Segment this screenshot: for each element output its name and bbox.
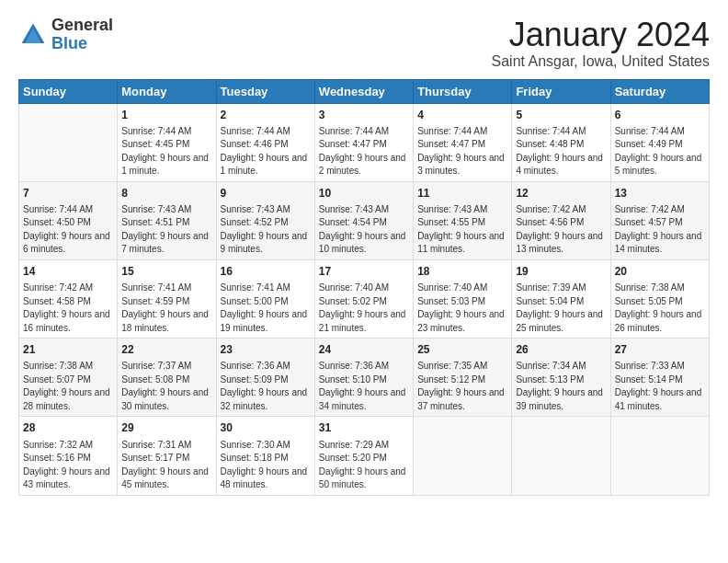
cell-content: Sunrise: 7:44 AMSunset: 4:48 PMDaylight:… <box>516 126 603 177</box>
calendar-week-row: 14Sunrise: 7:42 AMSunset: 4:58 PMDayligh… <box>19 259 710 338</box>
cell-content: Sunrise: 7:36 AMSunset: 5:09 PMDaylight:… <box>221 361 308 411</box>
day-number: 15 <box>121 264 211 279</box>
calendar-cell: 16Sunrise: 7:41 AMSunset: 5:00 PMDayligh… <box>216 259 314 338</box>
cell-content: Sunrise: 7:30 AMSunset: 5:18 PMDaylight:… <box>221 440 308 490</box>
day-number: 20 <box>615 264 705 279</box>
calendar-cell: 12Sunrise: 7:42 AMSunset: 4:56 PMDayligh… <box>512 181 610 259</box>
cell-content: Sunrise: 7:44 AMSunset: 4:50 PMDaylight:… <box>23 204 110 255</box>
cell-content: Sunrise: 7:38 AMSunset: 5:05 PMDaylight:… <box>615 282 702 333</box>
day-number: 24 <box>319 342 409 357</box>
calendar-cell: 22Sunrise: 7:37 AMSunset: 5:08 PMDayligh… <box>118 339 216 417</box>
main-title: January 2024 <box>492 17 710 53</box>
calendar-week-row: 28Sunrise: 7:32 AMSunset: 5:16 PMDayligh… <box>19 417 710 495</box>
day-number: 19 <box>516 264 606 279</box>
day-number: 6 <box>615 108 705 122</box>
logo-general-text: General <box>51 17 113 35</box>
header-day-sunday: Sunday <box>19 79 118 103</box>
day-number: 7 <box>23 186 113 201</box>
header-day-tuesday: Tuesday <box>216 79 314 103</box>
calendar-cell: 10Sunrise: 7:43 AMSunset: 4:54 PMDayligh… <box>314 181 413 259</box>
calendar-cell: 20Sunrise: 7:38 AMSunset: 5:05 PMDayligh… <box>610 259 709 338</box>
page: General Blue January 2024 Saint Ansgar, … <box>0 0 728 505</box>
cell-content: Sunrise: 7:37 AMSunset: 5:08 PMDaylight:… <box>121 361 209 411</box>
calendar-cell: 25Sunrise: 7:35 AMSunset: 5:12 PMDayligh… <box>414 339 512 417</box>
cell-content: Sunrise: 7:31 AMSunset: 5:17 PMDaylight:… <box>121 440 209 490</box>
header-day-saturday: Saturday <box>610 79 709 103</box>
logo: General Blue <box>18 17 113 53</box>
title-block: January 2024 Saint Ansgar, Iowa, United … <box>492 17 710 70</box>
day-number: 1 <box>121 108 211 122</box>
calendar-cell <box>414 417 512 495</box>
day-number: 12 <box>516 186 606 201</box>
calendar-cell: 6Sunrise: 7:44 AMSunset: 4:49 PMDaylight… <box>610 103 709 181</box>
calendar-cell: 24Sunrise: 7:36 AMSunset: 5:10 PMDayligh… <box>314 339 413 417</box>
day-number: 10 <box>319 186 409 201</box>
calendar-cell: 19Sunrise: 7:39 AMSunset: 5:04 PMDayligh… <box>512 259 610 338</box>
calendar-cell: 18Sunrise: 7:40 AMSunset: 5:03 PMDayligh… <box>414 259 512 338</box>
header-day-wednesday: Wednesday <box>314 79 413 103</box>
calendar-cell: 11Sunrise: 7:43 AMSunset: 4:55 PMDayligh… <box>414 181 512 259</box>
cell-content: Sunrise: 7:34 AMSunset: 5:13 PMDaylight:… <box>516 361 603 411</box>
day-number: 26 <box>516 342 606 357</box>
day-number: 27 <box>615 342 705 357</box>
logo-blue-text: Blue <box>51 35 113 53</box>
calendar-week-row: 21Sunrise: 7:38 AMSunset: 5:07 PMDayligh… <box>19 339 710 417</box>
calendar-cell: 23Sunrise: 7:36 AMSunset: 5:09 PMDayligh… <box>216 339 314 417</box>
header-day-thursday: Thursday <box>414 79 512 103</box>
cell-content: Sunrise: 7:41 AMSunset: 4:59 PMDaylight:… <box>121 282 209 333</box>
calendar-cell: 4Sunrise: 7:44 AMSunset: 4:47 PMDaylight… <box>414 103 512 181</box>
cell-content: Sunrise: 7:44 AMSunset: 4:45 PMDaylight:… <box>121 126 209 177</box>
cell-content: Sunrise: 7:41 AMSunset: 5:00 PMDaylight:… <box>221 282 308 333</box>
day-number: 28 <box>23 420 113 435</box>
day-number: 5 <box>516 108 606 122</box>
calendar-cell: 17Sunrise: 7:40 AMSunset: 5:02 PMDayligh… <box>314 259 413 338</box>
calendar-cell: 14Sunrise: 7:42 AMSunset: 4:58 PMDayligh… <box>19 259 118 338</box>
cell-content: Sunrise: 7:43 AMSunset: 4:51 PMDaylight:… <box>121 204 209 255</box>
cell-content: Sunrise: 7:42 AMSunset: 4:57 PMDaylight:… <box>615 204 702 255</box>
calendar-week-row: 1Sunrise: 7:44 AMSunset: 4:45 PMDaylight… <box>19 103 710 181</box>
day-number: 4 <box>417 108 507 122</box>
cell-content: Sunrise: 7:44 AMSunset: 4:47 PMDaylight:… <box>417 126 505 177</box>
day-number: 21 <box>23 342 113 357</box>
day-number: 30 <box>221 420 311 435</box>
cell-content: Sunrise: 7:29 AMSunset: 5:20 PMDaylight:… <box>319 440 406 490</box>
day-number: 13 <box>615 186 705 201</box>
day-number: 9 <box>221 186 311 201</box>
calendar-cell: 9Sunrise: 7:43 AMSunset: 4:52 PMDaylight… <box>216 181 314 259</box>
cell-content: Sunrise: 7:43 AMSunset: 4:55 PMDaylight:… <box>417 204 505 255</box>
calendar-cell: 28Sunrise: 7:32 AMSunset: 5:16 PMDayligh… <box>19 417 118 495</box>
cell-content: Sunrise: 7:38 AMSunset: 5:07 PMDaylight:… <box>23 361 110 411</box>
day-number: 14 <box>23 264 113 279</box>
calendar-cell: 26Sunrise: 7:34 AMSunset: 5:13 PMDayligh… <box>512 339 610 417</box>
calendar-cell <box>512 417 610 495</box>
calendar-cell: 21Sunrise: 7:38 AMSunset: 5:07 PMDayligh… <box>19 339 118 417</box>
calendar-cell: 1Sunrise: 7:44 AMSunset: 4:45 PMDaylight… <box>118 103 216 181</box>
header: General Blue January 2024 Saint Ansgar, … <box>18 17 710 70</box>
calendar-header-row: SundayMondayTuesdayWednesdayThursdayFrid… <box>19 79 710 103</box>
calendar-cell: 31Sunrise: 7:29 AMSunset: 5:20 PMDayligh… <box>314 417 413 495</box>
cell-content: Sunrise: 7:39 AMSunset: 5:04 PMDaylight:… <box>516 282 603 333</box>
day-number: 23 <box>221 342 311 357</box>
day-number: 18 <box>417 264 507 279</box>
cell-content: Sunrise: 7:35 AMSunset: 5:12 PMDaylight:… <box>417 361 505 411</box>
cell-content: Sunrise: 7:32 AMSunset: 5:16 PMDaylight:… <box>23 440 110 490</box>
day-number: 16 <box>221 264 311 279</box>
calendar-cell: 7Sunrise: 7:44 AMSunset: 4:50 PMDaylight… <box>19 181 118 259</box>
cell-content: Sunrise: 7:42 AMSunset: 4:58 PMDaylight:… <box>23 282 110 333</box>
calendar-cell: 3Sunrise: 7:44 AMSunset: 4:47 PMDaylight… <box>314 103 413 181</box>
calendar-cell: 8Sunrise: 7:43 AMSunset: 4:51 PMDaylight… <box>118 181 216 259</box>
calendar-table: SundayMondayTuesdayWednesdayThursdayFrid… <box>18 79 710 496</box>
subtitle: Saint Ansgar, Iowa, United States <box>492 53 710 70</box>
header-day-friday: Friday <box>512 79 610 103</box>
day-number: 22 <box>121 342 211 357</box>
day-number: 17 <box>319 264 409 279</box>
calendar-cell: 15Sunrise: 7:41 AMSunset: 4:59 PMDayligh… <box>118 259 216 338</box>
calendar-cell: 13Sunrise: 7:42 AMSunset: 4:57 PMDayligh… <box>610 181 709 259</box>
cell-content: Sunrise: 7:44 AMSunset: 4:47 PMDaylight:… <box>319 126 406 177</box>
logo-icon <box>18 20 48 50</box>
day-number: 29 <box>121 420 211 435</box>
calendar-cell: 5Sunrise: 7:44 AMSunset: 4:48 PMDaylight… <box>512 103 610 181</box>
day-number: 2 <box>221 108 311 122</box>
calendar-cell: 30Sunrise: 7:30 AMSunset: 5:18 PMDayligh… <box>216 417 314 495</box>
calendar-cell: 29Sunrise: 7:31 AMSunset: 5:17 PMDayligh… <box>118 417 216 495</box>
